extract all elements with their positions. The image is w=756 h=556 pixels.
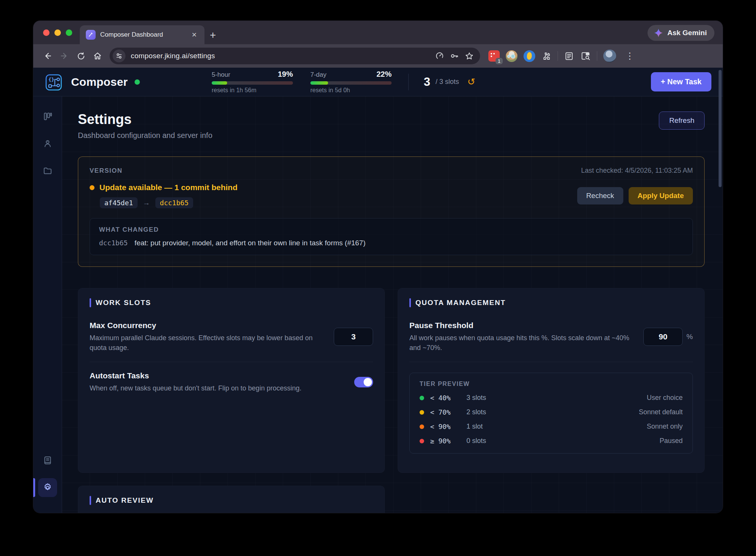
tier-row: < 90% 1 slot Sonnet only (420, 423, 683, 431)
main-content: Settings Dashboard configuration and ser… (62, 96, 723, 513)
change-commit: dcc1b65 (99, 239, 128, 247)
close-window-button[interactable] (43, 29, 50, 36)
tier-row: < 70% 2 slots Sonnet default (420, 408, 683, 416)
meter-label: 5-hour (212, 71, 230, 79)
toolbar-divider (597, 51, 597, 61)
extension-blue-icon[interactable] (524, 50, 535, 62)
extension-memoji-icon[interactable] (506, 50, 517, 62)
commit-from-chip: af45de1 (100, 197, 138, 208)
recheck-button[interactable]: Recheck (577, 187, 623, 204)
section-accent-bar (90, 298, 91, 307)
gear-icon (42, 482, 53, 493)
browser-toolbar: composer.jking.ai/settings 1 ⋮ (33, 44, 723, 68)
meter-percent: 19% (278, 70, 293, 79)
pause-threshold-input[interactable]: 90 (643, 328, 683, 346)
browser-window: Composer Dashboard ✕ + Ask Gemini (33, 21, 723, 513)
tier-dot (420, 439, 424, 443)
browser-tab[interactable]: Composer Dashboard ✕ (80, 25, 204, 44)
work-slots-title: WORK SLOTS (96, 299, 151, 307)
version-section-label: VERSION (90, 167, 122, 175)
max-concurrency-input[interactable]: 3 (334, 328, 373, 346)
tab-search-icon[interactable] (580, 51, 591, 61)
ask-gemini-button[interactable]: Ask Gemini (648, 25, 714, 41)
tier-row: ≥ 90% 0 slots Paused (420, 437, 683, 445)
refresh-button[interactable]: Refresh (659, 112, 705, 130)
page-title: Settings (78, 112, 212, 127)
meter-track (212, 81, 293, 85)
performance-icon[interactable] (435, 51, 444, 60)
toolbar-divider (558, 51, 558, 61)
gemini-sparkle-icon (654, 28, 663, 38)
sidebar-item-settings[interactable] (38, 478, 57, 497)
tier-row: < 40% 3 slots User choice (420, 394, 683, 402)
usage-meters: 5-hour 19% resets in 1h 56m 7-day 22% re… (212, 70, 392, 94)
tab-title: Composer Dashboard (100, 31, 185, 39)
meter-label: 7-day (310, 71, 327, 79)
back-button[interactable] (40, 48, 55, 63)
log-book-icon (43, 455, 53, 465)
setting-label: Pause Threshold (409, 321, 632, 330)
new-task-button[interactable]: + New Task (651, 72, 711, 91)
address-bar[interactable]: composer.jking.ai/settings (110, 48, 480, 64)
tier-mode: Sonnet default (639, 408, 683, 416)
app-header: {} Composer 5-hour 19% resets in 1h 56m (33, 68, 723, 96)
server-status-dot (135, 79, 140, 85)
site-settings-icon[interactable] (113, 50, 125, 62)
tier-slots: 3 slots (466, 394, 647, 402)
forward-button[interactable] (57, 48, 72, 63)
quota-management-card: QUOTA MANAGEMENT Pause Threshold All wor… (398, 288, 705, 473)
ask-gemini-label: Ask Gemini (667, 29, 707, 37)
reload-button[interactable] (73, 48, 88, 63)
new-tab-button[interactable]: + (204, 29, 223, 44)
tier-dot (420, 424, 424, 429)
composer-logo-icon: {} (43, 71, 65, 93)
max-concurrency-row: Max Concurrency Maximum parallel Claude … (90, 319, 373, 362)
meter-track (310, 81, 392, 85)
bookmark-star-icon[interactable] (465, 51, 474, 61)
change-message: feat: put provider, model, and effort on… (135, 239, 366, 247)
sidebar-item-agents[interactable] (38, 134, 57, 153)
reading-list-icon[interactable] (564, 51, 574, 61)
tier-threshold: ≥ 90% (430, 437, 466, 445)
tab-close-icon[interactable]: ✕ (189, 30, 199, 40)
tab-strip: Composer Dashboard ✕ + Ask Gemini (33, 21, 723, 44)
autostart-toggle[interactable] (354, 377, 373, 387)
profile-avatar[interactable] (603, 50, 616, 62)
minimize-window-button[interactable] (54, 29, 61, 36)
auto-review-card: AUTO REVIEW Enable Auto Review Automatic… (78, 486, 385, 513)
what-changed-label: WHAT CHANGED (99, 226, 683, 234)
traffic-lights (33, 21, 80, 44)
setting-description: When off, new tasks queue but don't star… (90, 383, 301, 393)
zoom-window-button[interactable] (66, 29, 72, 36)
slots-reset-icon[interactable]: ↺ (467, 76, 475, 87)
tier-mode: Paused (660, 437, 683, 445)
url-text[interactable]: composer.jking.ai/settings (131, 52, 435, 60)
app-root: {} Composer 5-hour 19% resets in 1h 56m (33, 68, 723, 513)
tier-slots: 2 slots (466, 408, 639, 416)
meter-percent: 22% (376, 70, 392, 79)
meter-fill (310, 81, 328, 85)
section-accent-bar (90, 496, 91, 505)
sidebar-item-projects[interactable] (38, 161, 57, 180)
svg-text:{}: {} (48, 77, 54, 82)
sidebar-item-logs[interactable] (38, 451, 57, 470)
home-button[interactable] (90, 48, 105, 63)
app-name: Composer (71, 76, 128, 88)
percent-unit: % (686, 333, 693, 341)
extensions-puzzle-icon[interactable] (541, 51, 552, 61)
extensions-area: 1 ⋮ (485, 50, 641, 62)
scrollbar-thumb[interactable] (719, 70, 722, 187)
meter-fill (212, 81, 227, 85)
password-key-icon[interactable] (449, 51, 459, 61)
slots-suffix: / 3 slots (435, 78, 459, 86)
section-accent-bar (409, 298, 411, 307)
active-indicator (33, 478, 35, 497)
what-changed-box: WHAT CHANGED dcc1b65 feat: put provider,… (90, 218, 693, 255)
extension-red-icon[interactable]: 1 (488, 50, 500, 62)
meter-resets: resets in 1h 56m (212, 87, 293, 94)
browser-menu-icon[interactable]: ⋮ (622, 51, 637, 61)
apply-update-button[interactable]: Apply Update (629, 187, 693, 204)
sidebar-item-tasks[interactable] (38, 107, 57, 126)
tier-slots: 1 slot (466, 423, 647, 431)
user-icon (43, 139, 53, 149)
